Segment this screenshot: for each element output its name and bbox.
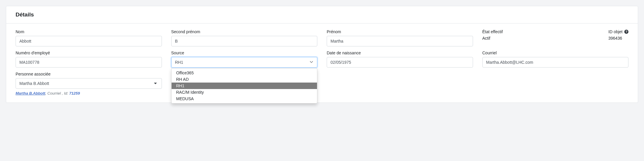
personne-associee-link[interactable]: Martha B.Abbott [16,91,45,95]
dropdown-item-racm-identity[interactable]: RAC/M Identity [172,89,317,95]
personne-associee-id: 71259 [69,91,80,95]
dropdown-source: Office365 RH AD RH1 RAC/M Identity MEDUS… [171,68,318,103]
field-id-objet: ID objet ? 396436 [608,29,628,46]
card-header: Détails [6,6,638,24]
dropdown-item-rh-ad[interactable]: RH AD [172,76,317,83]
input-nom[interactable] [16,36,162,46]
field-personne-associee: Personne associée Martha B.Abbott Martha… [16,72,162,95]
label-second-prenom: Second prénom [171,29,318,34]
card-body: Nom Second prénom Prénom État effectif A… [6,24,638,103]
field-etat-effectif: État effectif Actif [482,29,503,46]
field-col-last-1: État effectif Actif ID objet ? 396436 [482,29,629,46]
label-id-objet: ID objet [608,29,623,34]
label-date-naissance: Date de naissance [327,51,473,55]
select-personne-associee-value: Martha B.Abbott [19,81,49,86]
label-nom: Nom [16,29,162,34]
select-personne-associee[interactable]: Martha B.Abbott [16,78,162,89]
field-nom: Nom [16,29,162,46]
form-row-1: Nom Second prénom Prénom État effectif A… [16,29,628,46]
input-courriel[interactable] [482,57,629,68]
field-second-prenom: Second prénom [171,29,318,46]
label-source: Source [171,51,318,55]
value-etat-effectif: Actif [482,36,503,41]
field-source: Source RH1 Office365 RH AD RH1 RAC/M Ide… [171,51,318,68]
form-row-3: Personne associée Martha B.Abbott Martha… [16,72,628,95]
personne-associee-info: Martha B.Abbott, Courriel , Id: 71259 [16,91,162,95]
label-courriel: Courriel [482,51,629,55]
select-source[interactable]: RH1 [171,57,318,68]
caret-down-icon [154,83,157,84]
dropdown-item-office365[interactable]: Office365 [172,70,317,76]
field-prenom: Prénom [327,29,473,46]
personne-associee-detail: , Courriel , Id: [45,91,69,95]
dropdown-item-medusa[interactable]: MEDUSA [172,95,317,102]
input-prenom[interactable] [327,36,473,46]
spacer-2 [327,72,473,95]
chevron-down-icon [309,60,313,65]
spacer-3 [482,72,629,95]
select-source-value: RH1 [175,60,183,65]
dropdown-item-rh1[interactable]: RH1 [172,83,317,89]
card-title: Détails [16,11,628,18]
input-date-naissance[interactable] [327,57,473,68]
input-numero-employe[interactable] [16,57,162,68]
value-id-objet: 396436 [608,36,628,41]
form-row-2: Numéro d'employé Source RH1 Office365 RH… [16,51,628,68]
label-personne-associee: Personne associée [16,72,162,76]
help-icon[interactable]: ? [624,30,628,34]
field-col-last-2: Courriel [482,51,629,68]
input-second-prenom[interactable] [171,36,318,46]
field-courriel: Courriel [482,51,629,68]
field-numero-employe: Numéro d'employé [16,51,162,68]
details-card: Détails Nom Second prénom Prénom État ef… [6,6,638,103]
label-etat-effectif: État effectif [482,29,503,34]
field-date-naissance: Date de naissance [327,51,473,68]
label-prenom: Prénom [327,29,473,34]
label-numero-employe: Numéro d'employé [16,51,162,55]
